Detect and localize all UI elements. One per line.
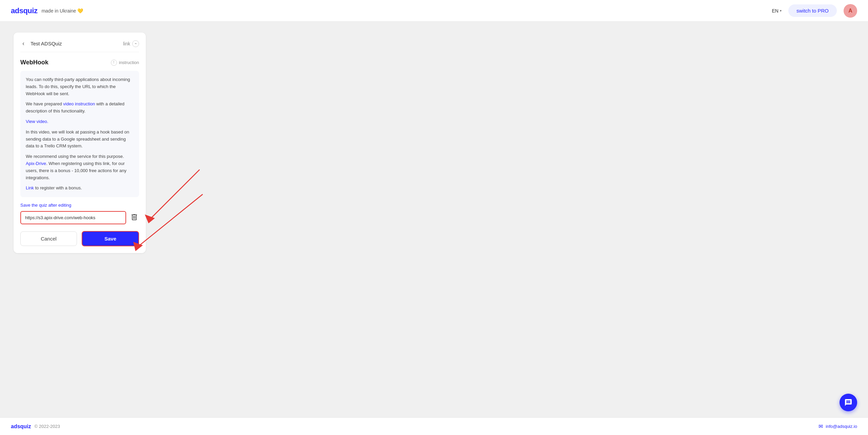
chat-icon (844, 398, 852, 407)
webhook-input-row (20, 211, 139, 224)
info-p5-suffix: to register with a bonus. (34, 185, 82, 190)
footer-right: ✉ info@adsquiz.io (818, 423, 857, 430)
card-header-left: ‹ Test ADSQuiz (20, 39, 62, 48)
info-p2-prefix: We have prepared (26, 101, 63, 106)
info-p1: You can notify third-party applications … (26, 76, 134, 97)
info-box: You can notify third-party applications … (20, 71, 139, 197)
main-content: ‹ Test ADSQuiz link ⌁ WebHook ! instruct… (0, 22, 868, 417)
header: adsquiz made in Ukraine 💛 EN ▾ switch to… (0, 0, 868, 22)
info-p5: Link to register with a bonus. (26, 185, 134, 192)
cancel-button[interactable]: Cancel (20, 231, 77, 246)
avatar[interactable]: A (844, 4, 857, 18)
footer-left: adsquiz © 2022-2023 (11, 423, 60, 430)
instruction-label: instruction (119, 60, 139, 65)
chat-button[interactable] (840, 394, 857, 411)
trash-icon (132, 214, 137, 220)
view-video-link[interactable]: View video. (26, 118, 134, 125)
switch-to-pro-button[interactable]: switch to PRO (788, 4, 837, 17)
info-p4-prefix: We recommend using the service for this … (26, 154, 124, 159)
logo: adsquiz (11, 6, 37, 15)
info-p2: We have prepared video instruction with … (26, 101, 134, 115)
instruction-link[interactable]: ! instruction (111, 60, 139, 66)
heart-icon: 💛 (77, 8, 83, 14)
footer-email-link[interactable]: info@adsquiz.io (826, 424, 857, 429)
save-button[interactable]: Save (82, 231, 139, 246)
header-right: EN ▾ switch to PRO A (772, 4, 857, 18)
link-icon: ⌁ (132, 40, 139, 47)
header-left: adsquiz made in Ukraine 💛 (11, 6, 83, 15)
language-selector[interactable]: EN ▾ (772, 8, 782, 14)
email-icon: ✉ (818, 423, 823, 430)
webhook-card: ‹ Test ADSQuiz link ⌁ WebHook ! instruct… (14, 33, 146, 253)
back-button[interactable]: ‹ (20, 39, 26, 48)
info-icon: ! (111, 60, 117, 66)
footer-logo: adsquiz (11, 423, 31, 430)
save-hint: Save the quiz after editing (20, 203, 139, 208)
lang-label: EN (772, 8, 778, 14)
section-header: WebHook ! instruction (20, 59, 139, 66)
tagline: made in Ukraine 💛 (41, 8, 83, 14)
info-p4: We recommend using the service for this … (26, 153, 134, 181)
delete-webhook-button[interactable] (130, 212, 139, 224)
info-p3: In this video, we will look at passing a… (26, 129, 134, 150)
footer-copyright: © 2022-2023 (35, 424, 60, 429)
card-header: ‹ Test ADSQuiz link ⌁ (20, 39, 139, 52)
svg-line-2 (138, 194, 203, 247)
quiz-link[interactable]: link ⌁ (123, 40, 139, 47)
apix-drive-link[interactable]: Apix-Drive (26, 161, 46, 166)
svg-marker-1 (145, 215, 154, 223)
footer: adsquiz © 2022-2023 ✉ info@adsquiz.io (0, 417, 868, 435)
video-instruction-link[interactable]: video instruction (63, 101, 95, 106)
svg-line-0 (150, 170, 200, 219)
section-title: WebHook (20, 59, 48, 66)
webhook-url-input[interactable] (20, 211, 126, 224)
register-link[interactable]: Link (26, 185, 34, 190)
quiz-name: Test ADSQuiz (31, 41, 62, 46)
link-label: link (123, 41, 130, 46)
chevron-down-icon: ▾ (780, 9, 782, 13)
action-row: Cancel Save (20, 231, 139, 246)
